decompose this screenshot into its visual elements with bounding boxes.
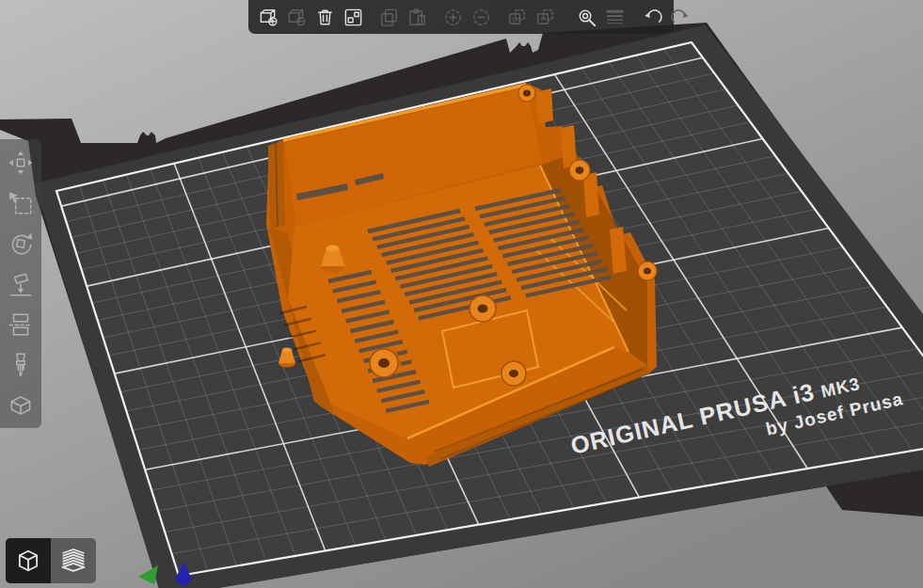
scale-icon [7,189,35,217]
place-on-face-gizmo-button[interactable] [0,263,41,304]
split-parts-icon: P [534,7,556,28]
model-screw-boss [569,160,590,181]
trash-icon [314,7,336,28]
flatten-icon [7,270,35,298]
layers-bars-icon [604,7,626,28]
3d-editor-view-button[interactable] [6,538,51,583]
viewport-3d[interactable]: ORIGINAL PRUSA i3MK3 by Josef Prusa [0,0,923,588]
cube-minus-icon [286,7,308,28]
copy-icon [378,7,400,28]
move-gizmo-button[interactable] [0,142,41,183]
redo-button[interactable] [666,3,694,31]
slicer-3d-viewport-window: ORIGINAL PRUSA i3MK3 by Josef Prusa [0,0,923,588]
search-icon [576,7,597,28]
variable-layer-height-button[interactable] [600,3,629,31]
model-post [536,88,553,124]
model-screw-boss [638,262,657,280]
cut-icon [7,310,35,339]
cut-gizmo-button[interactable] [0,304,41,344]
split-objects-icon: O [506,7,528,28]
search-button[interactable] [572,3,600,31]
preview-view-button[interactable] [51,538,96,583]
gizmo-toolbar [0,139,41,428]
undo-button[interactable] [638,3,666,31]
delete-button[interactable] [282,3,310,31]
split-to-parts-button[interactable]: P [531,3,559,31]
svg-text:P: P [540,15,545,24]
instance-plus-icon [442,7,464,28]
delete-all-button[interactable] [310,3,339,31]
paste-icon [406,7,428,28]
paint-supports-gizmo-button[interactable] [0,344,41,385]
view-switcher-toolbar [6,538,96,583]
add-instance-button[interactable] [438,3,467,31]
paste-button[interactable] [403,3,431,31]
redo-icon [670,7,692,28]
add-button[interactable] [254,3,282,31]
instance-minus-icon [470,7,492,28]
seam-cube-icon [7,391,35,420]
layer-stack-icon [58,546,88,576]
rotate-icon [7,230,35,258]
svg-text:O: O [512,15,517,24]
cube-plus-icon [258,7,279,28]
brush-icon [7,351,35,379]
copy-button[interactable] [374,3,403,31]
arrange-icon [342,7,364,28]
model-screw-boss [469,295,496,322]
seam-gizmo-button[interactable] [0,385,41,425]
remove-instance-button[interactable] [467,3,495,31]
top-toolbar: OP [248,0,674,34]
cube-3d-icon [13,546,43,576]
arrange-button[interactable] [339,3,367,31]
move-icon [7,149,35,177]
model-screw-boss [501,361,526,386]
split-to-objects-button[interactable]: O [502,3,531,31]
scale-gizmo-button[interactable] [0,183,41,223]
rotate-gizmo-button[interactable] [0,223,41,263]
undo-icon [642,7,663,28]
model-screw-boss [518,85,535,102]
